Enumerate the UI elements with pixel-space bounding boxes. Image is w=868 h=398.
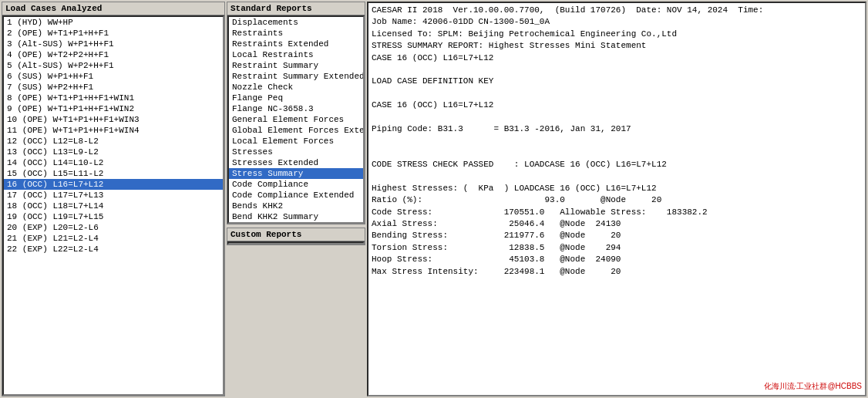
standard-report-item-15[interactable]: Code Compliance xyxy=(229,179,363,190)
load-case-item-10[interactable]: 10 (OPE) W+T1+P1+H+F1+WIN3 xyxy=(4,114,223,125)
standard-report-item-1[interactable]: Restraints xyxy=(229,28,363,39)
standard-report-item-18[interactable]: Bend KHK2 Summary xyxy=(229,211,363,222)
load-cases-list[interactable]: 1 (HYD) WW+HP2 (OPE) W+T1+P1+H+F13 (Alt-… xyxy=(2,15,224,396)
standard-report-item-4[interactable]: Restraint Summary xyxy=(229,60,363,71)
load-case-item-13[interactable]: 13 (OCC) L13=L9-L2 xyxy=(4,147,223,157)
load-case-item-4[interactable]: 4 (OPE) W+T2+P2+H+F1 xyxy=(4,49,223,60)
load-case-item-15[interactable]: 15 (OCC) L15=L11-L2 xyxy=(4,168,223,179)
standard-reports-list[interactable]: DisplacementsRestraintsRestraints Extend… xyxy=(227,15,365,224)
load-case-item-1[interactable]: 1 (HYD) WW+HP xyxy=(4,17,223,28)
standard-report-item-10[interactable]: Global Element Forces Extended xyxy=(229,125,363,136)
standard-report-item-3[interactable]: Local Restraints xyxy=(229,49,363,60)
load-case-item-22[interactable]: 22 (EXP) L22=L2-L4 xyxy=(4,244,223,255)
load-case-item-19[interactable]: 19 (OCC) L19=L7+L15 xyxy=(4,211,223,222)
standard-report-item-2[interactable]: Restraints Extended xyxy=(229,39,363,49)
load-case-item-9[interactable]: 9 (OPE) W+T1+P1+H+F1+WIN2 xyxy=(4,103,223,114)
standard-report-item-6[interactable]: Nozzle Check xyxy=(229,82,363,93)
load-case-item-3[interactable]: 3 (Alt-SUS) W+P1+H+F1 xyxy=(4,39,223,49)
left-panel-title: Load Cases Analyzed xyxy=(2,2,224,15)
load-case-item-17[interactable]: 17 (OCC) L17=L7+L13 xyxy=(4,190,223,201)
load-case-item-8[interactable]: 8 (OPE) W+T1+P1+H+F1+WIN1 xyxy=(4,93,223,103)
load-case-item-2[interactable]: 2 (OPE) W+T1+P1+H+F1 xyxy=(4,28,223,39)
left-panel: Load Cases Analyzed 1 (HYD) WW+HP2 (OPE)… xyxy=(2,2,225,396)
load-case-item-11[interactable]: 11 (OPE) W+T1+P1+H+F1+WIN4 xyxy=(4,125,223,136)
load-case-item-12[interactable]: 12 (OCC) L12=L8-L2 xyxy=(4,136,223,147)
load-case-item-5[interactable]: 5 (Alt-SUS) W+P2+H+F1 xyxy=(4,60,223,71)
middle-panel: Standard Reports DisplacementsRestraints… xyxy=(227,2,365,396)
standard-report-item-11[interactable]: Local Element Forces xyxy=(229,136,363,147)
standard-reports-section: Standard Reports DisplacementsRestraints… xyxy=(227,2,365,224)
watermark: 化海川流·工业社群@HCBBS xyxy=(764,381,862,392)
load-case-item-16[interactable]: 16 (OCC) L16=L7+L12 xyxy=(4,179,223,190)
custom-reports-list[interactable] xyxy=(227,241,365,245)
load-case-item-7[interactable]: 7 (SUS) W+P2+H+F1 xyxy=(4,82,223,93)
load-case-item-6[interactable]: 6 (SUS) W+P1+H+F1 xyxy=(4,71,223,82)
standard-report-item-9[interactable]: General Element Forces xyxy=(229,114,363,125)
main-container: Load Cases Analyzed 1 (HYD) WW+HP2 (OPE)… xyxy=(0,0,868,398)
standard-report-item-16[interactable]: Code Compliance Extended xyxy=(229,190,363,201)
standard-report-item-0[interactable]: Displacements xyxy=(229,17,363,28)
standard-report-item-12[interactable]: Stresses xyxy=(229,147,363,157)
output-text: CAESAR II 2018 Ver.10.00.00.7700, (Build… xyxy=(372,5,862,278)
standard-report-item-14[interactable]: Stress Summary xyxy=(229,168,363,179)
load-case-item-18[interactable]: 18 (OCC) L18=L7+L14 xyxy=(4,201,223,211)
load-case-item-14[interactable]: 14 (OCC) L14=L10-L2 xyxy=(4,157,223,168)
output-panel: CAESAR II 2018 Ver.10.00.00.7700, (Build… xyxy=(367,2,866,396)
standard-report-item-7[interactable]: Flange Peq xyxy=(229,93,363,103)
custom-reports-section: Custom Reports xyxy=(227,228,365,245)
standard-report-item-8[interactable]: Flange NC-3658.3 xyxy=(229,103,363,114)
load-case-item-21[interactable]: 21 (EXP) L21=L2-L4 xyxy=(4,233,223,244)
standard-report-item-13[interactable]: Stresses Extended xyxy=(229,157,363,168)
load-case-item-20[interactable]: 20 (EXP) L20=L2-L6 xyxy=(4,222,223,233)
standard-report-item-17[interactable]: Bends KHK2 xyxy=(229,201,363,211)
standard-report-item-5[interactable]: Restraint Summary Extended xyxy=(229,71,363,82)
custom-reports-title: Custom Reports xyxy=(227,228,365,241)
standard-reports-title: Standard Reports xyxy=(227,2,365,15)
